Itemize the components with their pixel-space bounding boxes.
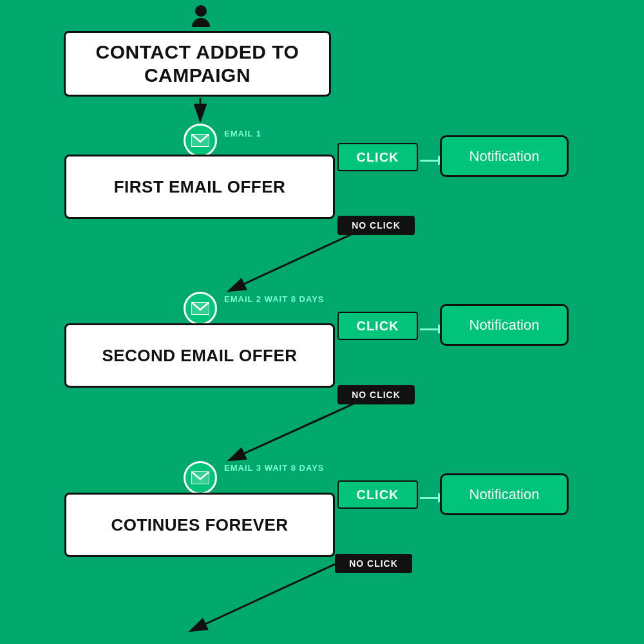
email2-click-btn[interactable]: CLICK: [337, 312, 418, 340]
email2-circle: [184, 292, 217, 325]
email2-no-click-label: NO CLICK: [352, 390, 401, 400]
email1-no-click-label: NO CLICK: [352, 220, 401, 231]
start-box-text: CONTACT ADDED TO CAMPAIGN: [66, 41, 329, 87]
email2-notification: Notification: [440, 304, 569, 346]
email2-click-label: CLICK: [356, 319, 399, 334]
email2-notification-text: Notification: [469, 317, 540, 334]
email1-notification: Notification: [440, 135, 569, 177]
email3-box: COTINUES FOREVER: [64, 493, 335, 557]
email3-click-label: CLICK: [356, 488, 399, 502]
email2-icon: [191, 302, 209, 315]
email1-label: EMAIL 1: [224, 129, 261, 140]
email1-click-label: CLICK: [356, 150, 399, 165]
email2-label: EMAIL 2 WAIT 8 DAYS: [224, 294, 325, 305]
email2-box: SECOND EMAIL OFFER: [64, 323, 335, 388]
email3-label: EMAIL 3 WAIT 8 DAYS: [224, 462, 325, 474]
diagram: CONTACT ADDED TO CAMPAIGN EMAIL 1 FIRST …: [0, 0, 644, 644]
email1-box: FIRST EMAIL OFFER: [64, 155, 335, 219]
email1-click-btn[interactable]: CLICK: [337, 143, 418, 171]
email3-circle: [184, 461, 217, 495]
email1-circle: [184, 124, 217, 157]
email3-notification: Notification: [440, 473, 569, 515]
email3-no-click-label: NO CLICK: [349, 558, 398, 569]
email1-box-text: FIRST EMAIL OFFER: [114, 177, 286, 197]
start-box: CONTACT ADDED TO CAMPAIGN: [64, 31, 331, 97]
email3-no-click-btn: NO CLICK: [335, 554, 412, 573]
email2-no-click-btn: NO CLICK: [337, 385, 415, 404]
email3-click-btn[interactable]: CLICK: [337, 480, 418, 509]
svg-line-5: [190, 564, 335, 631]
svg-line-4: [229, 395, 374, 460]
email3-box-text: COTINUES FOREVER: [111, 515, 288, 535]
email3-notification-text: Notification: [469, 486, 540, 503]
person-icon: [191, 5, 211, 24]
email1-notification-text: Notification: [469, 148, 540, 165]
email3-icon: [191, 471, 209, 484]
email1-no-click-btn: NO CLICK: [337, 216, 415, 235]
email2-box-text: SECOND EMAIL OFFER: [102, 346, 297, 366]
email1-icon: [191, 134, 209, 147]
